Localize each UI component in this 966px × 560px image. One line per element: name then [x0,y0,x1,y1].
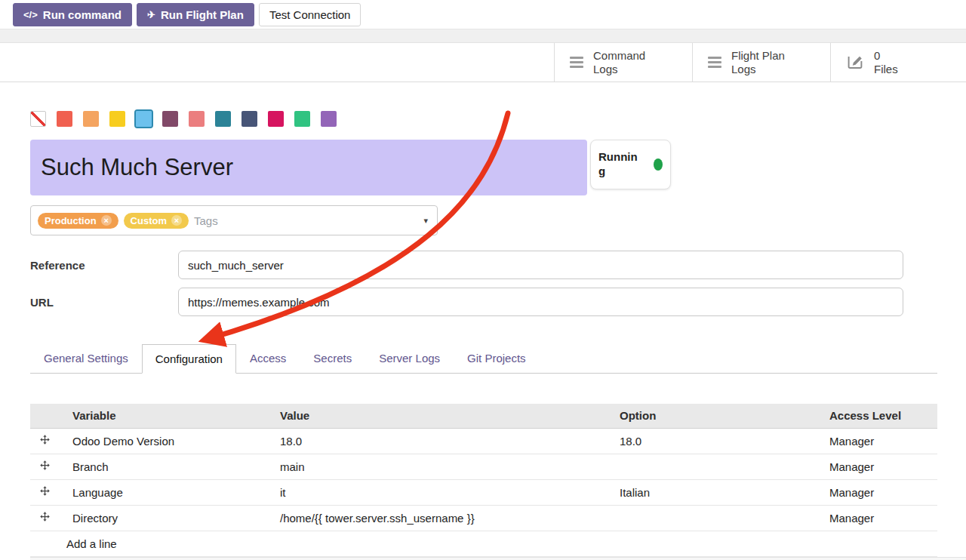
col-header-option[interactable]: Option [615,404,825,428]
col-header-variable[interactable]: Variable [59,404,275,428]
flight-plan-logs-stat-button[interactable]: Flight Plan Logs [692,43,830,82]
cell-variable[interactable]: Directory [59,505,275,531]
test-connection-button[interactable]: Test Connection [259,3,361,26]
code-icon: </> [23,9,38,20]
tags-input[interactable]: Production × Custom × Tags ▾ [30,205,438,235]
files-label: 0 Files [874,49,898,76]
add-a-line-link[interactable]: Add a line [30,531,937,556]
tag-remove-icon[interactable]: × [171,215,182,226]
color-swatch[interactable] [57,111,72,127]
col-header-value[interactable]: Value [275,404,615,428]
cell-option[interactable]: 18.0 [615,428,825,454]
color-picker [30,111,966,127]
tab-configuration[interactable]: Configuration [142,344,236,374]
cell-variable[interactable]: Odoo Demo Version [59,428,275,454]
status-green-dot [654,158,663,171]
tab-server-logs[interactable]: Server Logs [365,343,454,373]
table-row[interactable]: Language it Italian Manager [30,479,937,505]
flight-plan-logs-label: Flight Plan Logs [731,49,785,76]
cell-variable[interactable]: Branch [59,454,275,479]
run-flight-plan-button[interactable]: ✈ Run Flight Plan [137,3,254,26]
configuration-table: Variable Value Option Access Level Odoo … [30,404,937,557]
color-swatch[interactable] [189,111,205,127]
divider-strip [0,29,966,43]
col-header-access-level[interactable]: Access Level [825,404,937,428]
reference-input[interactable] [178,251,903,279]
cell-option[interactable]: Italian [615,479,825,505]
list-icon [708,57,721,68]
color-swatch[interactable] [162,111,178,127]
cell-value[interactable]: it [275,479,615,505]
tag-production[interactable]: Production × [38,213,118,229]
color-swatch[interactable] [109,111,125,127]
form-header: Command Logs Flight Plan Logs 0 Files [0,43,966,82]
add-line-row: Add a line [30,531,937,556]
cell-value[interactable]: 18.0 [275,428,615,454]
tab-secrets[interactable]: Secrets [300,343,365,373]
cell-variable[interactable]: Language [59,479,275,505]
command-logs-label: Command Logs [593,49,645,76]
cell-access-level[interactable]: Manager [825,505,937,531]
table-row[interactable]: Branch main Manager [30,454,937,479]
drag-handle-icon[interactable] [30,479,59,505]
reference-label: Reference [30,259,178,272]
files-stat-button[interactable]: 0 Files [830,43,966,82]
table-header-row: Variable Value Option Access Level [30,404,937,428]
notebook-tabs: General Settings Configuration Access Se… [30,343,937,374]
run-flight-plan-label: Run Flight Plan [161,8,244,21]
chevron-down-icon[interactable]: ▾ [423,216,428,226]
test-connection-label: Test Connection [269,8,351,21]
color-swatch-selected[interactable] [136,111,152,127]
cell-value[interactable]: main [275,454,615,479]
color-swatch-none[interactable] [30,111,46,127]
edit-icon [846,52,864,73]
bottom-divider [30,557,966,560]
cell-value[interactable]: /home/{{ tower.server.ssh_username }} [275,505,615,531]
cell-access-level[interactable]: Manager [825,454,937,479]
cell-option[interactable] [615,505,825,531]
tag-label: Custom [131,215,167,226]
cell-option[interactable] [615,454,825,479]
tag-custom[interactable]: Custom × [124,213,189,229]
tab-git-projects[interactable]: Git Projects [454,343,540,373]
table-row[interactable]: Directory /home/{{ tower.server.ssh_user… [30,505,937,531]
top-action-bar: </> Run command ✈ Run Flight Plan Test C… [0,0,966,29]
color-swatch[interactable] [294,111,310,127]
command-logs-stat-button[interactable]: Command Logs [554,43,692,82]
url-input[interactable] [178,288,903,316]
drag-handle-icon[interactable] [30,428,59,454]
run-command-button[interactable]: </> Run command [13,3,132,26]
drag-handle-icon[interactable] [30,454,59,479]
color-swatch[interactable] [242,111,257,127]
paper-plane-icon: ✈ [147,9,155,20]
status-label: Running [598,150,639,179]
tab-general-settings[interactable]: General Settings [30,343,142,373]
color-swatch[interactable] [321,111,337,127]
color-swatch[interactable] [268,111,284,127]
cell-access-level[interactable]: Manager [825,428,937,454]
server-name-input[interactable] [30,140,587,195]
color-swatch[interactable] [215,111,231,127]
url-label: URL [30,296,178,309]
record-sheet: Running Production × Custom × Tags ▾ Ref… [0,111,966,560]
tag-label: Production [45,215,97,226]
tags-placeholder: Tags [194,214,218,227]
run-command-label: Run command [43,8,122,21]
cell-access-level[interactable]: Manager [825,479,937,505]
list-icon [570,57,583,68]
color-swatch[interactable] [83,111,99,127]
table-row[interactable]: Odoo Demo Version 18.0 18.0 Manager [30,428,937,454]
status-button-running[interactable]: Running [590,140,671,189]
drag-handle-icon[interactable] [30,505,59,531]
tag-remove-icon[interactable]: × [101,215,112,226]
tab-access[interactable]: Access [236,343,300,373]
